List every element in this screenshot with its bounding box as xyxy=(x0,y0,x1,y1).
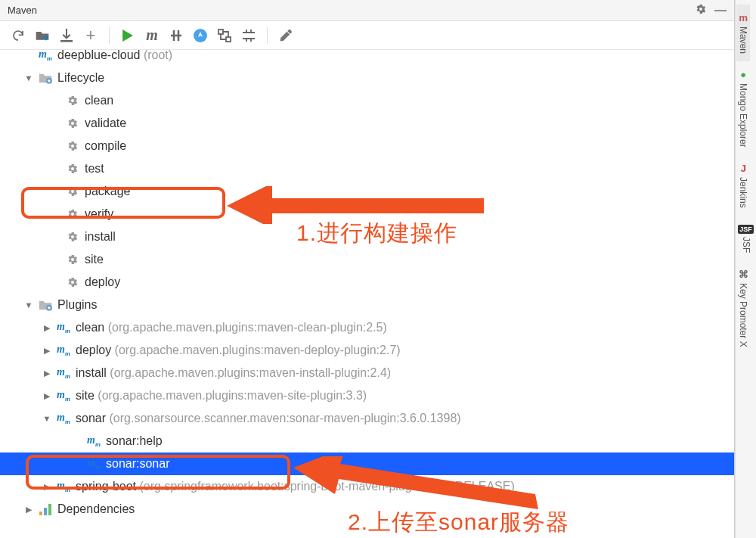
svg-rect-3 xyxy=(226,37,231,42)
lifecycle-validate[interactable]: validate xyxy=(0,112,734,135)
execute-goal-button[interactable]: m xyxy=(141,25,163,46)
toolwindow-tab-jsf[interactable]: JSFJSF xyxy=(736,215,755,260)
lifecycle-clean[interactable]: clean xyxy=(0,89,734,112)
minimize-icon[interactable]: — xyxy=(714,4,727,17)
show-deps-button[interactable] xyxy=(214,25,235,46)
lifecycle-package[interactable]: package xyxy=(0,180,734,203)
lifecycle-test[interactable]: test xyxy=(0,157,734,180)
tree-lifecycle[interactable]: ▼ Lifecycle xyxy=(0,67,734,89)
goal-sonar-sonar[interactable]: mmsonar:sonar xyxy=(0,452,734,475)
lifecycle-site[interactable]: site xyxy=(0,248,734,271)
settings-icon[interactable] xyxy=(695,3,707,18)
generate-sources-button[interactable] xyxy=(32,25,53,46)
toolwindow-tab-maven[interactable]: mMaven xyxy=(736,5,750,61)
toolwindow-tab-key-promoter-x[interactable]: ⌘Key Promoter X xyxy=(736,261,750,355)
right-toolwindow-bar: mMaven●Mongo ExplorerJJenkinsJSFJSF⌘Key … xyxy=(735,0,756,538)
toolwindow-tab-mongo-explorer[interactable]: ●Mongo Explorer xyxy=(736,61,750,155)
download-sources-button[interactable] xyxy=(56,25,77,46)
svg-rect-0 xyxy=(60,40,73,42)
title-bar: Maven — xyxy=(0,0,734,21)
svg-point-5 xyxy=(48,79,50,82)
goal-sonar-help[interactable]: mmsonar:help xyxy=(0,430,734,452)
maven-tree[interactable]: mm deepblue-cloud (root) ▼ Lifecycle cle… xyxy=(0,50,734,538)
toolbar: + m xyxy=(0,21,734,50)
run-button[interactable] xyxy=(117,25,138,46)
plugin-site[interactable]: ▶mmsite (org.apache.maven.plugins:maven-… xyxy=(0,384,734,407)
tree-dependencies[interactable]: ▶ Dependencies xyxy=(0,498,734,521)
svg-rect-8 xyxy=(39,512,42,515)
refresh-button[interactable] xyxy=(8,25,29,46)
plugin-spring-boot[interactable]: ▶mmspring-boot (org.springframework.boot… xyxy=(0,475,734,498)
lifecycle-install[interactable]: install xyxy=(0,225,734,248)
collapse-all-button[interactable] xyxy=(238,25,259,46)
add-button[interactable]: + xyxy=(80,25,101,46)
plugin-clean[interactable]: ▶mmclean (org.apache.maven.plugins:maven… xyxy=(0,316,734,339)
svg-rect-9 xyxy=(44,508,47,515)
svg-rect-10 xyxy=(48,504,51,515)
svg-rect-2 xyxy=(218,30,223,34)
lifecycle-verify[interactable]: verify xyxy=(0,203,734,225)
plugin-sonar[interactable]: ▼mmsonar (org.sonarsource.scanner.maven:… xyxy=(0,407,734,430)
plugin-install[interactable]: ▶mminstall (org.apache.maven.plugins:mav… xyxy=(0,362,734,384)
tree-root[interactable]: mm deepblue-cloud (root) xyxy=(0,50,734,67)
lifecycle-compile[interactable]: compile xyxy=(0,135,734,157)
tree-plugins[interactable]: ▼ Plugins xyxy=(0,294,734,316)
panel-title: Maven xyxy=(8,5,37,16)
settings-button[interactable] xyxy=(275,25,296,46)
toggle-skip-tests-button[interactable] xyxy=(166,25,187,46)
svg-point-7 xyxy=(48,306,50,309)
lifecycle-deploy[interactable]: deploy xyxy=(0,271,734,294)
maven-panel: Maven — + m mm xyxy=(0,0,735,538)
offline-mode-button[interactable] xyxy=(190,25,211,46)
toolwindow-tab-jenkins[interactable]: JJenkins xyxy=(736,155,750,216)
plugin-deploy[interactable]: ▶mmdeploy (org.apache.maven.plugins:mave… xyxy=(0,339,734,362)
